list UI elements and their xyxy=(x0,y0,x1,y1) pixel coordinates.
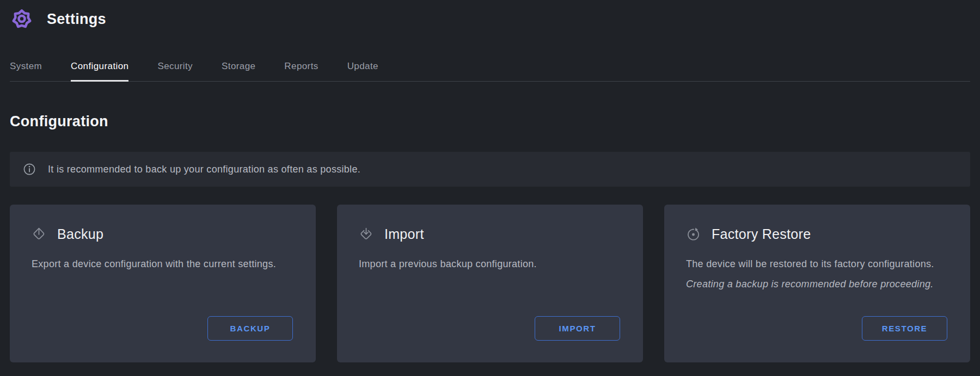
import-card-title: Import xyxy=(384,226,424,242)
settings-page: Settings System Configuration Security S… xyxy=(0,0,980,376)
tab-reports[interactable]: Reports xyxy=(284,61,318,81)
page-title: Settings xyxy=(47,11,106,28)
backup-card-title: Backup xyxy=(57,226,103,242)
import-button[interactable]: IMPORT xyxy=(535,316,620,341)
tab-configuration[interactable]: Configuration xyxy=(71,61,128,81)
settings-tab-bar: System Configuration Security Storage Re… xyxy=(10,61,970,82)
import-card-header: Import xyxy=(359,226,621,242)
settings-gear-icon xyxy=(10,7,34,31)
factory-restore-icon xyxy=(686,227,701,242)
factory-restore-card: Factory Restore The device will be resto… xyxy=(664,205,970,362)
factory-restore-card-title: Factory Restore xyxy=(712,226,811,242)
backup-card: Backup Export a device configuration wit… xyxy=(10,205,316,362)
factory-restore-card-description: The device will be restored to its facto… xyxy=(686,258,948,270)
import-card-description: Import a previous backup configuration. xyxy=(359,258,621,270)
factory-restore-card-header: Factory Restore xyxy=(686,226,948,242)
info-icon xyxy=(23,163,36,176)
tab-update[interactable]: Update xyxy=(347,61,378,81)
card-row: Backup Export a device configuration wit… xyxy=(10,205,970,362)
export-arrow-up-icon xyxy=(32,227,46,242)
backup-button[interactable]: BACKUP xyxy=(207,316,293,341)
restore-button[interactable]: RESTORE xyxy=(862,316,947,341)
tab-system[interactable]: System xyxy=(10,61,42,81)
backup-card-description: Export a device configuration with the c… xyxy=(32,258,294,270)
import-arrow-down-icon xyxy=(359,227,373,242)
section-title: Configuration xyxy=(10,113,970,130)
import-card: Import Import a previous backup configur… xyxy=(337,205,643,362)
info-banner-text: It is recommended to back up your config… xyxy=(48,164,360,175)
tab-storage[interactable]: Storage xyxy=(222,61,255,81)
page-header: Settings xyxy=(10,0,970,32)
backup-card-header: Backup xyxy=(32,226,294,242)
tab-security[interactable]: Security xyxy=(157,61,193,81)
info-banner: It is recommended to back up your config… xyxy=(10,152,970,187)
factory-restore-card-note: Creating a backup is recommended before … xyxy=(686,279,948,290)
